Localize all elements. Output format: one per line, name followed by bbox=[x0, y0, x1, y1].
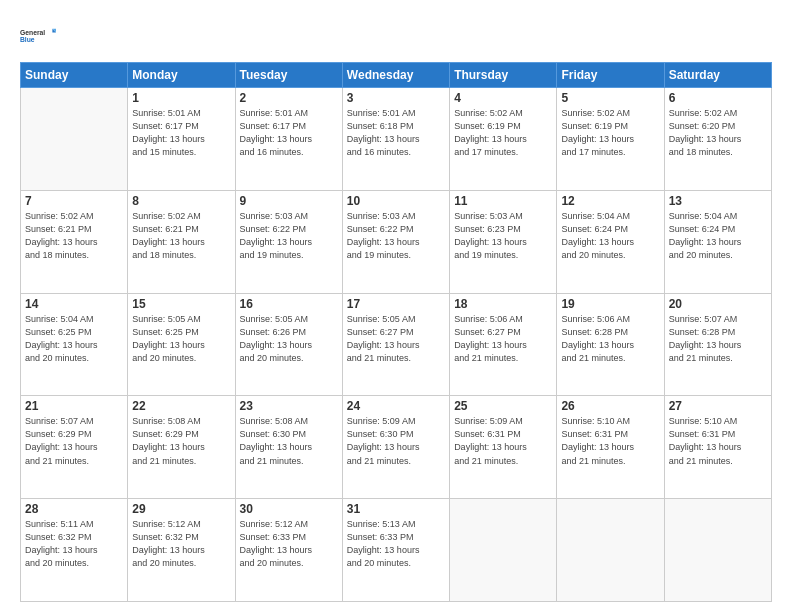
day-info: Sunrise: 5:10 AM Sunset: 6:31 PM Dayligh… bbox=[669, 415, 767, 467]
calendar-cell-w4d3: 23Sunrise: 5:08 AM Sunset: 6:30 PM Dayli… bbox=[235, 396, 342, 499]
day-info: Sunrise: 5:07 AM Sunset: 6:29 PM Dayligh… bbox=[25, 415, 123, 467]
day-info: Sunrise: 5:03 AM Sunset: 6:22 PM Dayligh… bbox=[347, 210, 445, 262]
calendar-cell-w5d6 bbox=[557, 499, 664, 602]
day-number: 12 bbox=[561, 194, 659, 208]
calendar-header-row: SundayMondayTuesdayWednesdayThursdayFrid… bbox=[21, 63, 772, 88]
calendar-cell-w2d7: 13Sunrise: 5:04 AM Sunset: 6:24 PM Dayli… bbox=[664, 190, 771, 293]
day-number: 8 bbox=[132, 194, 230, 208]
week-row-5: 28Sunrise: 5:11 AM Sunset: 6:32 PM Dayli… bbox=[21, 499, 772, 602]
calendar-cell-w3d4: 17Sunrise: 5:05 AM Sunset: 6:27 PM Dayli… bbox=[342, 293, 449, 396]
day-number: 18 bbox=[454, 297, 552, 311]
day-number: 2 bbox=[240, 91, 338, 105]
header: General Blue bbox=[20, 18, 772, 54]
day-number: 25 bbox=[454, 399, 552, 413]
header-thursday: Thursday bbox=[450, 63, 557, 88]
header-sunday: Sunday bbox=[21, 63, 128, 88]
svg-text:Blue: Blue bbox=[20, 36, 35, 43]
calendar-cell-w5d2: 29Sunrise: 5:12 AM Sunset: 6:32 PM Dayli… bbox=[128, 499, 235, 602]
day-number: 27 bbox=[669, 399, 767, 413]
day-number: 7 bbox=[25, 194, 123, 208]
calendar-cell-w1d6: 5Sunrise: 5:02 AM Sunset: 6:19 PM Daylig… bbox=[557, 88, 664, 191]
day-info: Sunrise: 5:06 AM Sunset: 6:27 PM Dayligh… bbox=[454, 313, 552, 365]
day-info: Sunrise: 5:07 AM Sunset: 6:28 PM Dayligh… bbox=[669, 313, 767, 365]
day-number: 28 bbox=[25, 502, 123, 516]
day-info: Sunrise: 5:02 AM Sunset: 6:21 PM Dayligh… bbox=[132, 210, 230, 262]
day-number: 14 bbox=[25, 297, 123, 311]
day-info: Sunrise: 5:01 AM Sunset: 6:17 PM Dayligh… bbox=[240, 107, 338, 159]
day-number: 10 bbox=[347, 194, 445, 208]
day-info: Sunrise: 5:04 AM Sunset: 6:24 PM Dayligh… bbox=[561, 210, 659, 262]
day-info: Sunrise: 5:10 AM Sunset: 6:31 PM Dayligh… bbox=[561, 415, 659, 467]
day-info: Sunrise: 5:09 AM Sunset: 6:30 PM Dayligh… bbox=[347, 415, 445, 467]
day-number: 17 bbox=[347, 297, 445, 311]
calendar-table: SundayMondayTuesdayWednesdayThursdayFrid… bbox=[20, 62, 772, 602]
calendar-cell-w4d2: 22Sunrise: 5:08 AM Sunset: 6:29 PM Dayli… bbox=[128, 396, 235, 499]
calendar-cell-w5d5 bbox=[450, 499, 557, 602]
calendar-cell-w5d4: 31Sunrise: 5:13 AM Sunset: 6:33 PM Dayli… bbox=[342, 499, 449, 602]
day-number: 29 bbox=[132, 502, 230, 516]
day-number: 21 bbox=[25, 399, 123, 413]
day-number: 6 bbox=[669, 91, 767, 105]
week-row-4: 21Sunrise: 5:07 AM Sunset: 6:29 PM Dayli… bbox=[21, 396, 772, 499]
day-info: Sunrise: 5:02 AM Sunset: 6:19 PM Dayligh… bbox=[561, 107, 659, 159]
day-number: 19 bbox=[561, 297, 659, 311]
calendar-cell-w3d7: 20Sunrise: 5:07 AM Sunset: 6:28 PM Dayli… bbox=[664, 293, 771, 396]
day-number: 15 bbox=[132, 297, 230, 311]
calendar-cell-w1d4: 3Sunrise: 5:01 AM Sunset: 6:18 PM Daylig… bbox=[342, 88, 449, 191]
day-number: 31 bbox=[347, 502, 445, 516]
calendar-cell-w3d2: 15Sunrise: 5:05 AM Sunset: 6:25 PM Dayli… bbox=[128, 293, 235, 396]
day-info: Sunrise: 5:01 AM Sunset: 6:17 PM Dayligh… bbox=[132, 107, 230, 159]
day-info: Sunrise: 5:04 AM Sunset: 6:24 PM Dayligh… bbox=[669, 210, 767, 262]
day-number: 11 bbox=[454, 194, 552, 208]
day-info: Sunrise: 5:03 AM Sunset: 6:22 PM Dayligh… bbox=[240, 210, 338, 262]
calendar-cell-w1d5: 4Sunrise: 5:02 AM Sunset: 6:19 PM Daylig… bbox=[450, 88, 557, 191]
day-number: 1 bbox=[132, 91, 230, 105]
day-number: 4 bbox=[454, 91, 552, 105]
day-info: Sunrise: 5:02 AM Sunset: 6:19 PM Dayligh… bbox=[454, 107, 552, 159]
calendar-cell-w2d3: 9Sunrise: 5:03 AM Sunset: 6:22 PM Daylig… bbox=[235, 190, 342, 293]
calendar-cell-w5d7 bbox=[664, 499, 771, 602]
calendar-cell-w3d5: 18Sunrise: 5:06 AM Sunset: 6:27 PM Dayli… bbox=[450, 293, 557, 396]
calendar-cell-w1d3: 2Sunrise: 5:01 AM Sunset: 6:17 PM Daylig… bbox=[235, 88, 342, 191]
header-saturday: Saturday bbox=[664, 63, 771, 88]
calendar-cell-w3d3: 16Sunrise: 5:05 AM Sunset: 6:26 PM Dayli… bbox=[235, 293, 342, 396]
calendar-cell-w4d5: 25Sunrise: 5:09 AM Sunset: 6:31 PM Dayli… bbox=[450, 396, 557, 499]
header-monday: Monday bbox=[128, 63, 235, 88]
week-row-3: 14Sunrise: 5:04 AM Sunset: 6:25 PM Dayli… bbox=[21, 293, 772, 396]
calendar-cell-w1d2: 1Sunrise: 5:01 AM Sunset: 6:17 PM Daylig… bbox=[128, 88, 235, 191]
day-info: Sunrise: 5:11 AM Sunset: 6:32 PM Dayligh… bbox=[25, 518, 123, 570]
day-number: 22 bbox=[132, 399, 230, 413]
day-info: Sunrise: 5:12 AM Sunset: 6:33 PM Dayligh… bbox=[240, 518, 338, 570]
day-info: Sunrise: 5:03 AM Sunset: 6:23 PM Dayligh… bbox=[454, 210, 552, 262]
day-number: 16 bbox=[240, 297, 338, 311]
calendar-cell-w2d6: 12Sunrise: 5:04 AM Sunset: 6:24 PM Dayli… bbox=[557, 190, 664, 293]
day-number: 24 bbox=[347, 399, 445, 413]
day-info: Sunrise: 5:02 AM Sunset: 6:21 PM Dayligh… bbox=[25, 210, 123, 262]
week-row-2: 7Sunrise: 5:02 AM Sunset: 6:21 PM Daylig… bbox=[21, 190, 772, 293]
calendar-cell-w1d7: 6Sunrise: 5:02 AM Sunset: 6:20 PM Daylig… bbox=[664, 88, 771, 191]
day-info: Sunrise: 5:05 AM Sunset: 6:27 PM Dayligh… bbox=[347, 313, 445, 365]
day-number: 26 bbox=[561, 399, 659, 413]
logo: General Blue bbox=[20, 18, 56, 54]
day-number: 5 bbox=[561, 91, 659, 105]
day-info: Sunrise: 5:05 AM Sunset: 6:25 PM Dayligh… bbox=[132, 313, 230, 365]
day-info: Sunrise: 5:13 AM Sunset: 6:33 PM Dayligh… bbox=[347, 518, 445, 570]
day-info: Sunrise: 5:12 AM Sunset: 6:32 PM Dayligh… bbox=[132, 518, 230, 570]
calendar-cell-w1d1 bbox=[21, 88, 128, 191]
calendar-cell-w4d4: 24Sunrise: 5:09 AM Sunset: 6:30 PM Dayli… bbox=[342, 396, 449, 499]
day-info: Sunrise: 5:02 AM Sunset: 6:20 PM Dayligh… bbox=[669, 107, 767, 159]
day-info: Sunrise: 5:08 AM Sunset: 6:30 PM Dayligh… bbox=[240, 415, 338, 467]
header-tuesday: Tuesday bbox=[235, 63, 342, 88]
calendar-cell-w2d2: 8Sunrise: 5:02 AM Sunset: 6:21 PM Daylig… bbox=[128, 190, 235, 293]
calendar-cell-w2d5: 11Sunrise: 5:03 AM Sunset: 6:23 PM Dayli… bbox=[450, 190, 557, 293]
calendar-cell-w3d1: 14Sunrise: 5:04 AM Sunset: 6:25 PM Dayli… bbox=[21, 293, 128, 396]
day-info: Sunrise: 5:01 AM Sunset: 6:18 PM Dayligh… bbox=[347, 107, 445, 159]
day-info: Sunrise: 5:05 AM Sunset: 6:26 PM Dayligh… bbox=[240, 313, 338, 365]
day-info: Sunrise: 5:04 AM Sunset: 6:25 PM Dayligh… bbox=[25, 313, 123, 365]
day-info: Sunrise: 5:08 AM Sunset: 6:29 PM Dayligh… bbox=[132, 415, 230, 467]
day-number: 13 bbox=[669, 194, 767, 208]
calendar-cell-w4d7: 27Sunrise: 5:10 AM Sunset: 6:31 PM Dayli… bbox=[664, 396, 771, 499]
day-info: Sunrise: 5:06 AM Sunset: 6:28 PM Dayligh… bbox=[561, 313, 659, 365]
calendar-cell-w5d3: 30Sunrise: 5:12 AM Sunset: 6:33 PM Dayli… bbox=[235, 499, 342, 602]
calendar-cell-w4d6: 26Sunrise: 5:10 AM Sunset: 6:31 PM Dayli… bbox=[557, 396, 664, 499]
